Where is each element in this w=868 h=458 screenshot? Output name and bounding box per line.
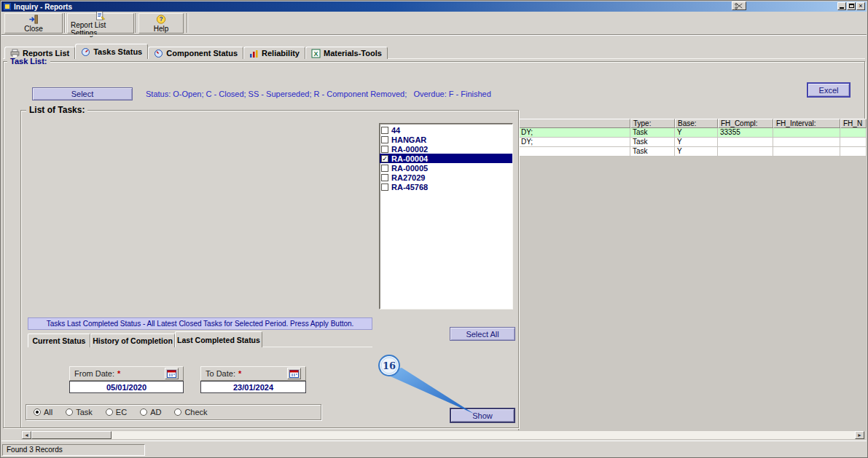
list-item[interactable]: RA-00005 [380, 163, 512, 173]
radio-label: AD [150, 408, 161, 416]
scroll-left-button[interactable]: ◄ [22, 431, 31, 439]
radio-label: Check [184, 408, 207, 416]
radio-button[interactable] [106, 408, 113, 416]
grid-header-cell [519, 119, 630, 128]
close-window-button[interactable]: × [856, 2, 865, 10]
grid-cell [840, 147, 867, 157]
exit-door-icon [28, 14, 39, 25]
task-checkbox-list[interactable]: 44 HANGAR RA-00002 ✓ RA-00004 RA-00005 R… [379, 123, 513, 309]
show-button[interactable]: Show [450, 408, 515, 423]
minimize-icon [840, 7, 844, 9]
grid-cell [773, 138, 840, 147]
status-bar: Found 3 Records [1, 441, 867, 457]
results-grid: Type: Base: FH_Compl: FH_Interval: FH_N … [518, 119, 867, 431]
scissors-button[interactable] [732, 1, 746, 10]
excel-button[interactable]: Excel [807, 82, 851, 98]
grid-cell [840, 138, 867, 147]
select-all-button[interactable]: Select All [450, 327, 515, 341]
checkbox-unchecked[interactable] [381, 174, 388, 181]
to-date-value[interactable]: 23/01/2024 [200, 381, 306, 393]
grid-header-cell: FH_Compl: [718, 119, 773, 128]
svg-text:X: X [313, 50, 318, 58]
radio-ad[interactable]: AD [140, 408, 161, 416]
radio-button-selected[interactable] [34, 408, 41, 416]
list-item-label: RA-45768 [391, 183, 428, 192]
component-status-icon [154, 49, 163, 58]
from-date-value[interactable]: 05/01/2020 [69, 381, 184, 393]
list-item[interactable]: RA-45768 [380, 182, 512, 192]
tab-history-of-completion[interactable]: History of Completion [90, 333, 175, 347]
show-button-label: Show [472, 411, 493, 420]
scrollbar-thumb[interactable] [31, 431, 112, 439]
grid-cell [718, 147, 773, 157]
list-item[interactable]: 44 [380, 125, 512, 135]
help-button[interactable]: ? Help [138, 13, 184, 33]
to-date-label: To Date: [206, 369, 235, 378]
to-date-calendar-button[interactable] [287, 368, 301, 379]
toolbar-separator [136, 13, 137, 33]
list-item[interactable]: RA27029 [380, 173, 512, 182]
checkbox-checked[interactable]: ✓ [381, 155, 388, 162]
maximize-icon [849, 4, 854, 8]
grid-cell: DY; [519, 138, 630, 147]
list-item-selected[interactable]: ✓ RA-00004 [380, 154, 512, 163]
radio-button[interactable] [140, 408, 147, 416]
checkbox-unchecked[interactable] [381, 146, 388, 153]
type-filter-group: All Task EC AD Check [26, 404, 321, 420]
table-row[interactable]: DY; Task Y [519, 138, 867, 147]
window-title: Inquiry - Reports [14, 3, 72, 11]
list-item-label: HANGAR [391, 135, 426, 144]
list-item-label: RA-00004 [391, 154, 428, 163]
checkbox-unchecked[interactable] [381, 183, 388, 191]
grid-cell: Task [630, 147, 675, 157]
tab-label: Tasks Status [93, 47, 142, 56]
list-item-label: RA27029 [391, 173, 425, 182]
checkbox-unchecked[interactable] [381, 165, 388, 172]
scissors-icon [735, 3, 743, 9]
tab-last-completed-status[interactable]: Last Completed Status [175, 331, 262, 347]
list-item[interactable]: RA-00002 [380, 144, 512, 154]
toolbar-close-button[interactable]: Close [4, 13, 63, 33]
minimize-button[interactable] [837, 2, 846, 10]
radio-ec[interactable]: EC [106, 408, 127, 416]
toolbar-divider [1, 34, 867, 36]
table-row[interactable]: DY; Task Y 33355 [519, 128, 867, 138]
radio-check[interactable]: Check [174, 408, 207, 416]
grid-cell: Task [630, 138, 675, 147]
maximize-button[interactable] [847, 2, 856, 10]
app-icon [4, 3, 11, 10]
table-row[interactable]: Task Y [519, 147, 867, 157]
grid-cell [773, 147, 840, 157]
toolbar-separator [64, 13, 66, 33]
report-list-settings-button[interactable]: Report List Settings [67, 13, 134, 33]
tab-label: Materials-Tools [324, 49, 382, 58]
help-icon: ? [155, 14, 167, 25]
tab-label: Reliability [262, 49, 300, 58]
radio-all[interactable]: All [34, 408, 52, 416]
to-date-panel: To Date: * [200, 366, 306, 381]
tab-tasks-status[interactable]: Tasks Status [75, 44, 148, 59]
help-label: Help [154, 25, 169, 33]
tab-current-status[interactable]: Current Status [28, 333, 90, 347]
tab-component-status[interactable]: Component Status [148, 47, 243, 59]
tab-materials-tools[interactable]: X Materials-Tools [305, 47, 388, 59]
grid-header-cell: Base: [675, 119, 718, 128]
scroll-right-button[interactable]: ► [855, 431, 864, 439]
tab-reliability[interactable]: Reliability [243, 47, 305, 59]
grid-cell [718, 138, 773, 147]
checkbox-unchecked[interactable] [381, 127, 388, 134]
select-button[interactable]: Select [32, 87, 133, 100]
status-legend: Status: O-Open; C - Closed; SS - Superse… [146, 90, 491, 98]
checkbox-unchecked[interactable] [381, 136, 388, 143]
grid-cell: Task [630, 128, 675, 138]
grid-cell [773, 128, 840, 138]
from-date-calendar-button[interactable] [165, 368, 179, 379]
list-item[interactable]: HANGAR [380, 135, 512, 144]
radio-button[interactable] [66, 408, 73, 416]
select-all-label: Select All [466, 330, 498, 339]
toolbar-separator [187, 13, 188, 33]
from-date-label: From Date: [74, 369, 114, 378]
radio-task[interactable]: Task [66, 408, 93, 416]
radio-button[interactable] [174, 408, 181, 416]
excel-button-label: Excel [819, 86, 839, 95]
